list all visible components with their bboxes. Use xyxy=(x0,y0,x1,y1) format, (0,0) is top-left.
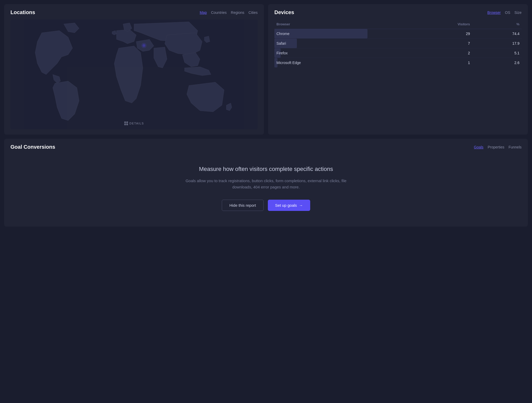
svg-rect-5 xyxy=(124,124,126,125)
svg-point-2 xyxy=(141,43,146,48)
setup-goals-button[interactable]: Set up goals → xyxy=(268,200,310,211)
col-visitors-header: Visitors xyxy=(399,21,472,29)
tab-os[interactable]: OS xyxy=(505,10,510,15)
svg-rect-6 xyxy=(127,124,128,125)
goal-conversions-tabs: Goals Properties Funnels xyxy=(474,145,522,149)
hide-report-button[interactable]: Hide this report xyxy=(222,200,264,211)
browser-name: Microsoft Edge xyxy=(276,61,301,65)
percent-value: 17.9 xyxy=(472,39,522,48)
tab-browser[interactable]: Browser xyxy=(487,10,501,15)
svg-rect-3 xyxy=(124,122,126,123)
tab-map[interactable]: Map xyxy=(200,10,207,15)
col-percent-header: % xyxy=(472,21,522,29)
percent-value: 2.6 xyxy=(472,58,522,68)
visitors-count: 2 xyxy=(399,48,472,58)
map-details-button[interactable]: DETAILS xyxy=(124,122,144,125)
visitors-count: 1 xyxy=(399,58,472,68)
goal-buttons: Hide this report Set up goals → xyxy=(10,200,522,211)
devices-header: Devices Browser OS Size xyxy=(274,9,522,15)
tab-regions[interactable]: Regions xyxy=(231,10,244,15)
devices-panel: Devices Browser OS Size Browser Visitors… xyxy=(268,4,528,135)
visitors-count: 29 xyxy=(399,29,472,39)
table-row: Chrome2974.4 xyxy=(274,29,522,39)
world-map xyxy=(10,20,258,129)
browser-cell[interactable]: Safari xyxy=(274,39,399,48)
goal-headline: Measure how often visitors complete spec… xyxy=(10,166,522,172)
goal-description: Goals allow you to track registrations, … xyxy=(185,178,347,190)
goal-content: Measure how often visitors complete spec… xyxy=(10,160,522,221)
setup-goals-label: Set up goals xyxy=(275,203,297,208)
goal-conversions-header: Goal Conversions Goals Properties Funnel… xyxy=(10,144,522,150)
map-container: DETAILS xyxy=(10,20,258,129)
browser-cell[interactable]: Firefox xyxy=(274,48,399,58)
percent-value: 74.4 xyxy=(472,29,522,39)
browser-cell[interactable]: Microsoft Edge xyxy=(274,58,399,68)
percent-value: 5.1 xyxy=(472,48,522,58)
visitors-count: 7 xyxy=(399,39,472,48)
locations-header: Locations Map Countries Regions Cities xyxy=(10,9,258,15)
tab-cities[interactable]: Cities xyxy=(248,10,258,15)
browser-name: Safari xyxy=(276,41,286,45)
details-label: DETAILS xyxy=(129,122,144,125)
locations-tabs: Map Countries Regions Cities xyxy=(200,10,258,15)
col-browser-header: Browser xyxy=(274,21,399,29)
goal-conversions-title: Goal Conversions xyxy=(10,144,55,150)
tab-properties[interactable]: Properties xyxy=(488,145,504,149)
table-row: Firefox25.1 xyxy=(274,48,522,58)
expand-icon xyxy=(124,122,128,125)
locations-title: Locations xyxy=(10,9,35,15)
devices-title: Devices xyxy=(274,9,294,15)
tab-funnels[interactable]: Funnels xyxy=(508,145,522,149)
tab-countries[interactable]: Countries xyxy=(211,10,227,15)
svg-rect-4 xyxy=(127,122,128,123)
tab-goals[interactable]: Goals xyxy=(474,145,484,149)
arrow-icon: → xyxy=(299,203,303,208)
tab-size[interactable]: Size xyxy=(514,10,522,15)
browser-name: Chrome xyxy=(276,32,290,36)
goal-conversions-panel: Goal Conversions Goals Properties Funnel… xyxy=(4,139,528,227)
locations-panel: Locations Map Countries Regions Cities xyxy=(4,4,264,135)
table-row: Microsoft Edge12.6 xyxy=(274,58,522,68)
devices-tabs: Browser OS Size xyxy=(487,10,522,15)
browser-cell[interactable]: Chrome xyxy=(274,29,399,39)
browser-name: Firefox xyxy=(276,51,288,55)
devices-table: Browser Visitors % Chrome2974.4Safari717… xyxy=(274,21,522,67)
table-row: Safari717.9 xyxy=(274,39,522,48)
